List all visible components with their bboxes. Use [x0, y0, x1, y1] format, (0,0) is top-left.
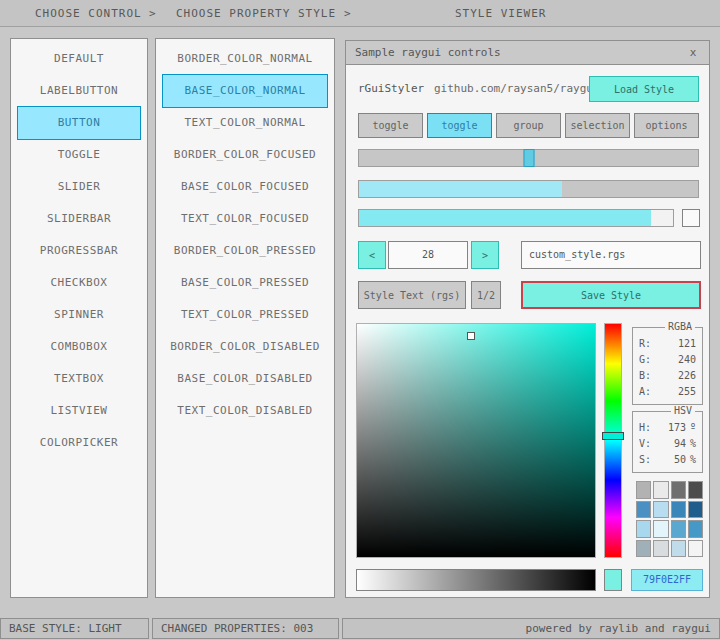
- palette-color-13[interactable]: [653, 540, 668, 558]
- property-item-text_color_focused[interactable]: TEXT_COLOR_FOCUSED: [163, 203, 327, 235]
- toggle-button-toggle-0[interactable]: toggle: [358, 113, 423, 138]
- control-item-sliderbar[interactable]: SLIDERBAR: [18, 203, 140, 235]
- property-item-border_color_pressed[interactable]: BORDER_COLOR_PRESSED: [163, 235, 327, 267]
- hsv-groupbox: HSV H:173ºV:94%S:50%: [632, 411, 703, 473]
- property-item-border_color_normal[interactable]: BORDER_COLOR_NORMAL: [163, 43, 327, 75]
- slider-handle[interactable]: [523, 149, 534, 167]
- controls-list: DEFAULTLABELBUTTONBUTTONTOGGLESLIDERSLID…: [10, 38, 148, 598]
- control-item-checkbox[interactable]: CHECKBOX: [18, 267, 140, 299]
- status-powered-by: powered by raylib and raygui: [342, 618, 720, 639]
- palette-color-7[interactable]: [688, 501, 703, 519]
- spinner-value[interactable]: 28: [388, 241, 468, 269]
- style-viewer-window: Sample raygui controls x rGuiStyler gith…: [345, 40, 710, 598]
- toggle-group: toggletogglegroupselectionoptions: [358, 113, 699, 138]
- hue-bar[interactable]: [604, 323, 622, 558]
- window-titlebar[interactable]: Sample raygui controls x: [346, 41, 709, 65]
- grayscale-bar[interactable]: [356, 569, 596, 591]
- palette-color-9[interactable]: [653, 520, 668, 538]
- status-base-style: BASE STYLE: LIGHT: [0, 618, 149, 639]
- value-bar-fill: [359, 210, 651, 226]
- toggle-button-toggle-1[interactable]: toggle: [427, 113, 492, 138]
- hsv-row-unit: %: [690, 452, 696, 468]
- property-item-base_color_disabled[interactable]: BASE_COLOR_DISABLED: [163, 363, 327, 395]
- spinner-increment-button[interactable]: >: [471, 241, 499, 269]
- progress-fill: [359, 181, 562, 197]
- palette-color-2[interactable]: [671, 481, 686, 499]
- hsv-row-unit: %: [690, 436, 696, 452]
- page-toggle-button[interactable]: 1/2: [471, 281, 501, 309]
- property-item-text_color_normal[interactable]: TEXT_COLOR_NORMAL: [163, 107, 327, 139]
- current-color-swatch: [604, 569, 622, 591]
- palette-color-4[interactable]: [636, 501, 651, 519]
- control-item-button[interactable]: BUTTON: [18, 107, 140, 139]
- palette-color-11[interactable]: [688, 520, 703, 538]
- palette-color-1[interactable]: [653, 481, 668, 499]
- palette-color-10[interactable]: [671, 520, 686, 538]
- control-item-listview[interactable]: LISTVIEW: [18, 395, 140, 427]
- hsv-row-unit: º: [690, 420, 696, 436]
- close-icon[interactable]: x: [686, 46, 700, 59]
- property-item-text_color_disabled[interactable]: TEXT_COLOR_DISABLED: [163, 395, 327, 427]
- checkbox[interactable]: [682, 209, 700, 227]
- control-item-default[interactable]: DEFAULT: [18, 43, 140, 75]
- chevron-right-icon: >: [344, 7, 352, 20]
- slider[interactable]: [358, 149, 699, 167]
- header-choose-control: CHOOSE CONTROL: [35, 7, 142, 20]
- palette-color-14[interactable]: [671, 540, 686, 558]
- property-item-base_color_pressed[interactable]: BASE_COLOR_PRESSED: [163, 267, 327, 299]
- hsv-row-value: 94: [674, 436, 686, 452]
- property-item-border_color_disabled[interactable]: BORDER_COLOR_DISABLED: [163, 331, 327, 363]
- control-item-combobox[interactable]: COMBOBOX: [18, 331, 140, 363]
- save-style-button[interactable]: Save Style: [521, 281, 701, 309]
- repo-link[interactable]: github.com/raysan5/raygui: [434, 76, 600, 102]
- palette-color-0[interactable]: [636, 481, 651, 499]
- toggle-button-options-4[interactable]: options: [634, 113, 699, 138]
- property-item-base_color_normal[interactable]: BASE_COLOR_NORMAL: [163, 75, 327, 107]
- control-item-labelbutton[interactable]: LABELBUTTON: [18, 75, 140, 107]
- rgba-row-label: R:: [639, 336, 651, 352]
- hsv-row-label: H:: [639, 420, 651, 436]
- header-style-viewer: STYLE VIEWER: [455, 7, 546, 20]
- palette-color-3[interactable]: [688, 481, 703, 499]
- style-text-button[interactable]: Style Text (rgs): [358, 281, 466, 309]
- window-title: Sample raygui controls: [355, 46, 501, 59]
- palette-color-5[interactable]: [653, 501, 668, 519]
- hue-handle[interactable]: [602, 432, 624, 440]
- property-item-border_color_focused[interactable]: BORDER_COLOR_FOCUSED: [163, 139, 327, 171]
- spinner-decrement-button[interactable]: <: [358, 241, 386, 269]
- toggle-button-group-2[interactable]: group: [496, 113, 561, 138]
- control-item-slider[interactable]: SLIDER: [18, 171, 140, 203]
- color-picker-marker[interactable]: [467, 332, 475, 340]
- rgba-row: A:255: [639, 384, 696, 400]
- toggle-button-selection-3[interactable]: selection: [565, 113, 630, 138]
- palette-color-6[interactable]: [671, 501, 686, 519]
- rguistyler-app: CHOOSE CONTROL > CHOOSE PROPERTY STYLE >…: [0, 0, 720, 640]
- hsv-row: H:173º: [639, 420, 696, 436]
- rgba-row-label: A:: [639, 384, 651, 400]
- palette-color-15[interactable]: [688, 540, 703, 558]
- rgba-values: R:121G:240B:226A:255: [639, 336, 696, 400]
- control-item-progressbar[interactable]: PROGRESSBAR: [18, 235, 140, 267]
- progress-bar[interactable]: [358, 180, 699, 198]
- control-item-spinner[interactable]: SPINNER: [18, 299, 140, 331]
- property-item-text_color_pressed[interactable]: TEXT_COLOR_PRESSED: [163, 299, 327, 331]
- property-item-base_color_focused[interactable]: BASE_COLOR_FOCUSED: [163, 171, 327, 203]
- load-style-button[interactable]: Load Style: [589, 76, 699, 102]
- rgba-row: G:240: [639, 352, 696, 368]
- rgba-row-value: 226: [678, 368, 696, 384]
- filename-input[interactable]: custom_style.rgs: [521, 241, 701, 269]
- value-bar[interactable]: [358, 209, 674, 227]
- rgba-row-value: 240: [678, 352, 696, 368]
- styler-label: rGuiStyler: [358, 76, 424, 102]
- hsv-row-value: 173: [668, 420, 686, 436]
- palette-color-8[interactable]: [636, 520, 651, 538]
- hsv-title: HSV: [671, 405, 695, 416]
- rgba-row: B:226: [639, 368, 696, 384]
- control-item-textbox[interactable]: TEXTBOX: [18, 363, 140, 395]
- control-item-colorpicker[interactable]: COLORPICKER: [18, 427, 140, 459]
- control-item-toggle[interactable]: TOGGLE: [18, 139, 140, 171]
- palette-color-12[interactable]: [636, 540, 651, 558]
- hex-color-input[interactable]: 79F0E2FF: [631, 569, 703, 591]
- color-picker-area[interactable]: [356, 323, 596, 558]
- rgba-row-label: B:: [639, 368, 651, 384]
